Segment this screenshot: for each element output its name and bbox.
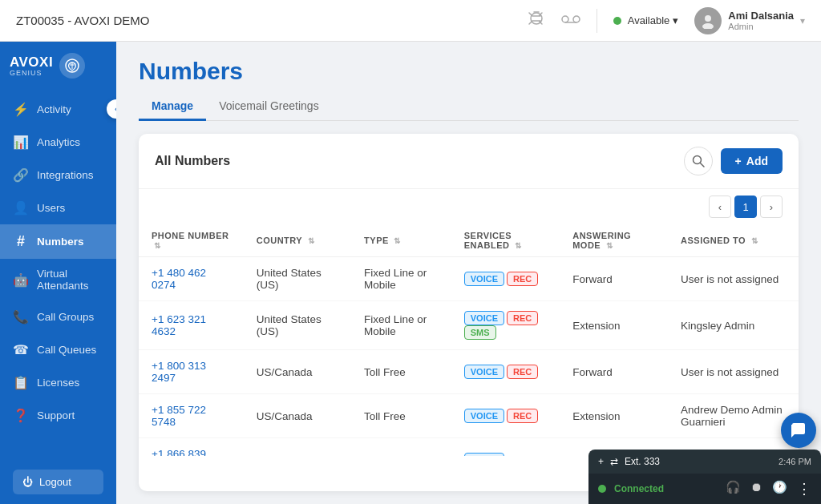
user-name: Ami Dalsania <box>728 10 794 22</box>
add-label: Add <box>746 155 768 167</box>
phone-number[interactable]: +1 866 839 4742 <box>152 448 206 456</box>
status-chevron: ▾ <box>673 14 678 26</box>
answering-mode-cell: Extension <box>560 301 668 350</box>
bb-clock-icon[interactable]: 🕐 <box>772 480 787 498</box>
svg-point-0 <box>531 13 542 24</box>
phone-number[interactable]: +1 800 313 2497 <box>152 360 206 384</box>
sidebar-item-label: Integrations <box>37 169 94 181</box>
support-icon: ❓ <box>13 408 29 423</box>
users-icon: 👤 <box>13 200 29 216</box>
badge-rec: REC <box>507 272 538 286</box>
country-cell: United States (US) <box>244 301 351 350</box>
numbers-table: PHONE NUMBER ⇅ COUNTRY ⇅ TYPE ⇅ SERVICES… <box>139 224 799 456</box>
search-button[interactable] <box>684 147 713 175</box>
phone-number[interactable]: +1 623 321 4632 <box>152 313 206 337</box>
add-button[interactable]: + Add <box>721 148 783 174</box>
status-label: Available <box>628 14 670 26</box>
sidebar-item-users[interactable]: 👤 Users <box>0 192 116 224</box>
assigned-to-cell: User is not assigned <box>668 350 799 394</box>
sidebar-item-numbers[interactable]: # Numbers <box>0 224 116 259</box>
logo-text: AVOXI <box>10 55 53 69</box>
badge-voice: VOICE <box>464 311 504 325</box>
country-cell: US/Canada <box>244 438 351 457</box>
svg-point-6 <box>702 23 714 29</box>
col-type: TYPE ⇅ <box>351 224 451 257</box>
answering-mode-cell: Extension <box>560 394 668 438</box>
page-1-button[interactable]: 1 <box>734 196 757 218</box>
col-assigned-to: ASSIGNED TO ⇅ <box>668 224 799 257</box>
bottom-bar-status: Connected 🎧 ⏺ 🕐 ⋮ <box>588 474 821 504</box>
status-badge[interactable]: Available ▾ <box>613 14 679 26</box>
table-row: +1 855 722 5748 US/Canada Toll Free VOIC… <box>139 394 799 438</box>
bottom-bar-top: + ⇄ Ext. 333 2:46 PM <box>588 450 821 474</box>
answering-mode-cell: Forward <box>560 257 668 301</box>
logo-brain-icon <box>59 53 85 79</box>
phone-icon[interactable] <box>528 11 545 30</box>
chat-fab-button[interactable] <box>781 413 816 448</box>
sidebar-item-activity[interactable]: ⚡ Activity <box>0 93 116 126</box>
svg-point-2 <box>562 16 568 22</box>
logo-area: AVOXI GENIUS <box>0 42 116 90</box>
badge-voice: VOICE <box>464 409 504 423</box>
connected-text: Connected <box>614 483 718 494</box>
sidebar-item-label: Activity <box>37 103 71 115</box>
tab-manage[interactable]: Manage <box>139 93 206 121</box>
bb-headset-icon[interactable]: 🎧 <box>726 480 741 498</box>
next-page-button[interactable]: › <box>760 196 783 218</box>
add-icon: + <box>735 155 742 167</box>
sidebar-item-support[interactable]: ❓ Support <box>0 399 116 432</box>
type-cell: Fixed Line or Mobile <box>351 257 451 301</box>
phone-number[interactable]: +1 480 462 0274 <box>152 267 206 291</box>
country-cell: United States (US) <box>244 257 351 301</box>
sidebar-item-label: Call Groups <box>37 311 94 323</box>
sidebar-item-call-groups[interactable]: 📞 Call Groups <box>0 300 116 333</box>
logout-label: Logout <box>39 476 71 488</box>
numbers-icon: # <box>13 233 29 250</box>
sidebar-item-integrations[interactable]: 🔗 Integrations <box>0 159 116 192</box>
prev-page-button[interactable]: ‹ <box>709 196 731 218</box>
sidebar-item-label: Numbers <box>37 236 84 248</box>
header-divider <box>597 9 597 33</box>
user-info[interactable]: Ami Dalsania Admin ▾ <box>694 7 805 34</box>
answering-mode-cell: Forward <box>560 350 668 394</box>
sidebar-item-licenses[interactable]: 📋 Licenses <box>0 366 116 399</box>
sidebar-item-virtual-attendants[interactable]: 🤖 Virtual Attendants <box>0 259 116 300</box>
services-cell: VOICERECSMS <box>451 301 560 350</box>
assigned-to-cell: Kingsley Admin <box>668 301 799 350</box>
table-header-row: PHONE NUMBER ⇅ COUNTRY ⇅ TYPE ⇅ SERVICES… <box>139 224 799 257</box>
user-chevron: ▾ <box>800 15 805 26</box>
logo-sub: GENIUS <box>10 69 53 77</box>
table-card: All Numbers + Add ‹ 1 › <box>139 134 799 491</box>
sidebar-item-analytics[interactable]: 📊 Analytics <box>0 126 116 159</box>
assigned-to-cell: User is not assigned <box>668 257 799 301</box>
user-role: Admin <box>728 22 794 31</box>
sidebar: AVOXI GENIUS ‹ ⚡ Activity 📊 Analytics <box>0 42 116 504</box>
bb-record-icon[interactable]: ⏺ <box>750 480 762 498</box>
data-table: PHONE NUMBER ⇅ COUNTRY ⇅ TYPE ⇅ SERVICES… <box>139 224 799 456</box>
bb-more-icon[interactable]: ⋮ <box>797 480 811 498</box>
logout-button[interactable]: ⏻ Logout <box>13 470 103 494</box>
page-title: Numbers <box>139 58 799 85</box>
pagination-top: ‹ 1 › <box>139 189 799 224</box>
badge-voice: VOICE <box>464 272 504 286</box>
badge-rec: REC <box>507 365 538 379</box>
assigned-to-cell: Andrew Demo Admin Guarnieri <box>668 394 799 438</box>
bb-time: 2:46 PM <box>779 457 811 466</box>
voicemail-icon[interactable] <box>561 12 580 29</box>
bb-plus-icon[interactable]: + <box>598 456 604 467</box>
table-title: All Numbers <box>155 154 684 168</box>
main-layout: AVOXI GENIUS ‹ ⚡ Activity 📊 Analytics <box>0 42 821 504</box>
sidebar-item-call-queues[interactable]: ☎ Call Queues <box>0 333 116 366</box>
sidebar-item-label: Call Queues <box>37 344 96 356</box>
virtual-attendants-icon: 🤖 <box>13 272 29 288</box>
tab-voicemail-greetings[interactable]: Voicemail Greetings <box>206 93 332 121</box>
phone-number[interactable]: +1 855 722 5748 <box>152 404 206 428</box>
call-groups-icon: 📞 <box>13 309 29 325</box>
badge-rec: REC <box>507 409 538 423</box>
table-row: +1 623 321 4632 United States (US) Fixed… <box>139 301 799 350</box>
type-cell: Fixed Line or Mobile <box>351 301 451 350</box>
services-cell: VOICEREC <box>451 257 560 301</box>
header-icons: Available ▾ Ami Dalsania Admin ▾ <box>528 7 805 34</box>
bb-transfer-icon[interactable]: ⇄ <box>610 456 618 467</box>
integrations-icon: 🔗 <box>13 167 29 183</box>
